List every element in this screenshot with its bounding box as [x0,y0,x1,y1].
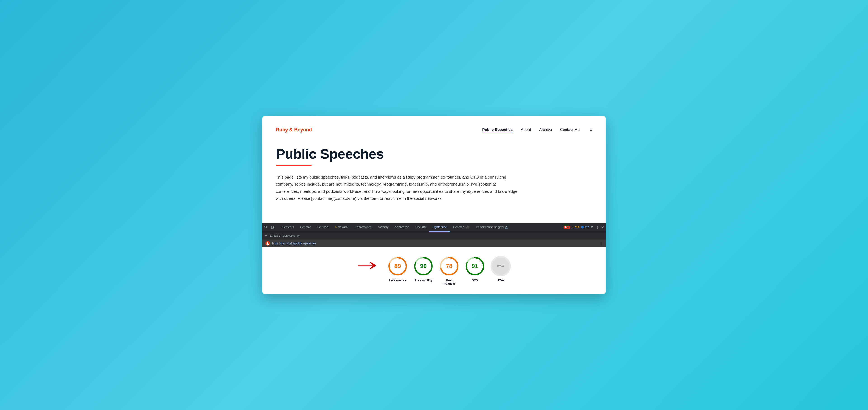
browser-window: Ruby & Beyond Public Speeches About Arch… [262,115,606,294]
site-logo[interactable]: Ruby & Beyond [276,127,312,133]
pwa-circle: PWA [491,256,511,276]
device-toolbar-icon[interactable] [271,225,275,229]
score-seo: 91 SEO [465,256,485,282]
nav-links: Public Speeches About Archive Contact Me [482,128,580,132]
svg-point-3 [267,242,268,243]
seo-label: SEO [472,279,478,282]
score-pwa: PWA PWA [491,256,511,282]
network-warning-icon: ⚠ [335,226,337,229]
devtools-url: https://igor.works/public-speeches [272,242,316,245]
tab-sources[interactable]: Sources [314,223,331,232]
devtools-url-row: https://igor.works/public-speeches ⋮ [262,240,606,247]
devtools-tabs: Elements Console Sources ⚠Network Perfor… [278,223,563,232]
settings-icon[interactable]: ⚙ [591,226,594,229]
tab-application[interactable]: Application [392,223,412,232]
performance-label: Performance [389,279,406,282]
score-best-practices: 78 BestPractices [439,256,459,285]
tab-memory[interactable]: Memory [375,223,392,232]
website-content: Ruby & Beyond Public Speeches About Arch… [262,115,606,223]
nav-item-archive[interactable]: Archive [539,128,552,132]
devtools-panel: Elements Console Sources ⚠Network Perfor… [262,223,606,295]
warning-badge: ▲ 313 [572,226,579,229]
devtools-toolbar: Elements Console Sources ⚠Network Perfor… [262,223,606,232]
devtools-right-badges: ⊗ 1 ▲ 313 🔵 212 ⚙ ⋮ ✕ [563,226,604,229]
page-description: This page lists my public speeches, talk… [276,174,520,202]
red-arrow [357,261,380,271]
accessibility-circle: 90 [413,256,434,276]
devtools-secondary-bar: + 11:37:05 - igor.works ⊘ [262,232,606,240]
nav-item-contact[interactable]: Contact Me [560,128,580,132]
lighthouse-content: 89 Performance 90 Accessi [262,247,606,295]
best-practices-label: BestPractices [442,279,456,285]
svg-rect-0 [265,226,266,227]
tab-security[interactable]: Security [412,223,429,232]
error-badge: ⊗ 1 [563,226,570,229]
inspect-element-icon[interactable] [264,225,268,229]
tab-elements[interactable]: Elements [278,223,297,232]
seo-circle: 91 [465,256,485,276]
page-heading-section: Public Speeches This page lists my publi… [276,146,592,202]
clear-icon[interactable]: ⊘ [297,234,300,238]
devtools-timestamp: 11:37:05 - igor.works [270,234,295,237]
tab-performance-insights[interactable]: Performance insights 🔬 [473,223,511,232]
watermark: Screenshot by Xnapper.com [566,288,600,291]
performance-circle: 89 [388,256,408,276]
tab-recorder[interactable]: Recorder 🎥 [450,223,473,232]
nav-item-about[interactable]: About [521,128,531,132]
scores-container: 89 Performance 90 Accessi [357,256,511,285]
site-avatar [266,241,270,246]
devtools-controls: ⚙ ⋮ ✕ [591,226,604,229]
url-more-icon[interactable]: ⋮ [599,242,602,245]
pwa-label: PWA [497,279,504,282]
svg-rect-1 [272,226,273,229]
more-options-icon[interactable]: ⋮ [596,226,599,229]
hamburger-menu-button[interactable]: ≡ [590,127,592,133]
svg-rect-2 [274,227,274,228]
tab-console[interactable]: Console [297,223,314,232]
add-tab-button[interactable]: + [265,234,268,238]
info-badge: 🔵 212 [581,226,589,229]
nav-item-public-speeches[interactable]: Public Speeches [482,128,513,132]
tab-performance[interactable]: Performance [351,223,375,232]
accessibility-label: Accessibility [414,279,432,282]
site-nav: Ruby & Beyond Public Speeches About Arch… [276,125,592,139]
score-performance: 89 Performance [388,256,408,282]
tab-lighthouse[interactable]: Lighthouse [429,223,450,232]
best-practices-circle: 78 [439,256,459,276]
tab-network[interactable]: ⚠Network [331,223,352,232]
page-title: Public Speeches [276,146,592,162]
close-devtools-button[interactable]: ✕ [601,226,604,229]
devtools-icons-left [264,225,275,229]
score-accessibility: 90 Accessibility [413,256,434,282]
page-title-underline [276,165,312,166]
